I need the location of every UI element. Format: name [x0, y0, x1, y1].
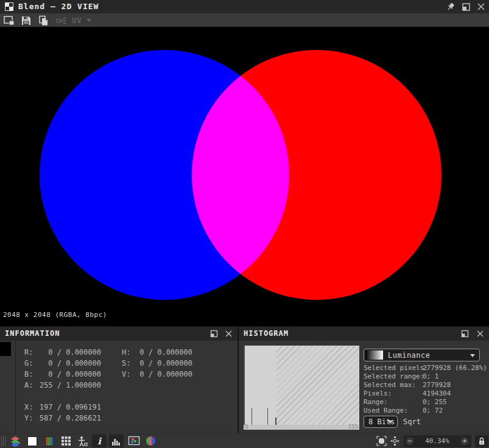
status-bar: i	[0, 433, 489, 448]
white-swatch-icon	[27, 436, 37, 446]
window-title: Blend — 2D VIEW	[18, 2, 99, 11]
viewer-toolbar: UV	[0, 13, 489, 27]
bottom-panels: INFORMATION R: 0 / 0.000000 H: 0 / 0.00	[0, 326, 489, 433]
histogram-spike	[244, 346, 245, 425]
stat-used-range: Used Range: 0; 72	[364, 407, 489, 415]
channel-selected-value: Luminance	[388, 351, 431, 360]
lock-zoom-button[interactable]	[475, 435, 488, 447]
pose-button[interactable]	[75, 435, 90, 447]
float-window-icon[interactable]	[461, 2, 471, 12]
save-icon[interactable]	[19, 15, 33, 26]
histogram-panel-title: HISTOGRAM	[244, 329, 289, 338]
pin-icon[interactable]	[446, 2, 456, 12]
histogram-plot[interactable]: 0 255	[244, 346, 359, 430]
color-swatch	[0, 342, 11, 356]
luminance-gradient-icon	[365, 350, 383, 360]
channel-select[interactable]: Luminance	[364, 349, 480, 361]
actual-size-button[interactable]	[387, 435, 402, 447]
histogram-spike	[267, 408, 268, 425]
histogram-panel-body: 0 255 Luminance Selected pixels: 2779928…	[239, 341, 489, 434]
red-circle	[192, 50, 442, 300]
svg-text:i: i	[97, 436, 102, 446]
viewer-window: Blend — 2D VIEW	[0, 0, 489, 448]
layers-button[interactable]	[8, 435, 23, 447]
node-branch-icon	[55, 15, 68, 26]
information-panel-title: INFORMATION	[5, 329, 60, 338]
stat-selected-max: Selected max: 2779928	[364, 381, 489, 389]
stat-selected-pixels: Selected pixels: 2779928 (66.28%)	[364, 364, 489, 372]
monitor-rgb-icon	[128, 436, 140, 446]
zoom-out-button[interactable]: −	[406, 438, 413, 445]
zoom-widget: − 40.34% +	[403, 435, 471, 447]
zoom-level-field[interactable]: 40.34%	[417, 437, 458, 445]
checkerboard-icon	[5, 2, 13, 11]
drag-handle[interactable]	[1, 436, 6, 446]
histogram-icon	[111, 436, 122, 446]
histogram-plot-area[interactable]	[244, 346, 359, 425]
float-panel-icon[interactable]	[210, 330, 218, 338]
histogram-x-axis: 0 255	[244, 425, 359, 430]
histogram-panel-header[interactable]: HISTOGRAM	[239, 327, 489, 341]
info-divider	[15, 341, 16, 434]
fit-to-view-button[interactable]	[374, 435, 389, 447]
zoom-in-button[interactable]: +	[461, 438, 468, 445]
histogram-spike	[275, 418, 276, 425]
stat-range: Range: 0; 255	[364, 398, 489, 407]
information-panel-body: R: 0 / 0.000000 H: 0 / 0.000000 G: 0 / 0…	[0, 341, 237, 434]
bit-depth-select[interactable]: 8 Bits	[364, 416, 398, 428]
close-panel-icon[interactable]	[225, 330, 233, 338]
axis-min-label: 0	[245, 424, 248, 429]
image-metadata-label: 2048 x 2048 (RGBA, 8bpc)	[3, 311, 107, 319]
stat-pixels: Pixels: 4194304	[364, 389, 489, 398]
info-row-g: G: 0 / 0.000000 S: 0 / 0.000000	[24, 358, 192, 369]
scale-mode-label: Sqrt	[403, 418, 421, 426]
fit-view-icon	[376, 436, 387, 446]
close-panel-icon[interactable]	[476, 330, 484, 338]
information-panel-toggle[interactable]: i	[92, 435, 107, 447]
unused-range-hatch	[276, 346, 359, 425]
uv-label: UV	[72, 16, 82, 25]
white-background-button[interactable]	[25, 435, 40, 447]
display-channels-button[interactable]	[127, 435, 141, 447]
histogram-stats: Selected pixels: 2779928 (66.28%) Select…	[364, 364, 489, 415]
axis-max-label: 255	[348, 424, 358, 429]
color-wheel-icon	[146, 436, 155, 446]
layers-icon	[10, 436, 21, 447]
info-row-b: B: 0 / 0.000000 V: 0 / 0.000000	[24, 369, 192, 380]
title-bar[interactable]: Blend — 2D VIEW	[0, 0, 489, 13]
gradient-background-button[interactable]	[42, 435, 57, 447]
skeleton-icon	[77, 436, 88, 447]
close-window-icon[interactable]	[476, 2, 486, 12]
uv-mode-dropdown: UV	[72, 15, 91, 26]
chevron-down-icon	[86, 19, 91, 22]
info-row-r: R: 0 / 0.000000 H: 0 / 0.000000	[24, 347, 192, 358]
gradient-swatch-icon	[45, 436, 54, 446]
information-panel-header[interactable]: INFORMATION	[0, 327, 237, 341]
lock-icon	[478, 437, 485, 446]
info-row-y: Y: 587 / 0.286621	[24, 413, 101, 424]
info-row-x: X: 197 / 0.096191	[24, 402, 101, 413]
info-row-a: A: 255 / 1.000000	[24, 380, 101, 391]
chevron-down-icon	[470, 354, 475, 357]
status-separator	[401, 436, 401, 447]
grid-icon	[61, 436, 71, 446]
histogram-spike	[252, 408, 252, 425]
histogram-panel-toggle[interactable]	[109, 435, 124, 447]
info-icon: i	[96, 436, 103, 446]
float-panel-icon[interactable]	[461, 330, 469, 338]
image-viewport[interactable]: 2048 x 2048 (RGBA, 8bpc)	[0, 27, 489, 326]
stat-selected-range: Selected range: 0; 1	[364, 372, 489, 381]
actual-size-icon	[390, 436, 400, 446]
grid-button[interactable]	[58, 435, 73, 447]
copy-paste-icon[interactable]	[37, 15, 50, 26]
color-wheel-button[interactable]	[143, 435, 158, 447]
layout-duplicate-button[interactable]	[2, 15, 16, 26]
chevron-down-icon	[388, 421, 393, 424]
